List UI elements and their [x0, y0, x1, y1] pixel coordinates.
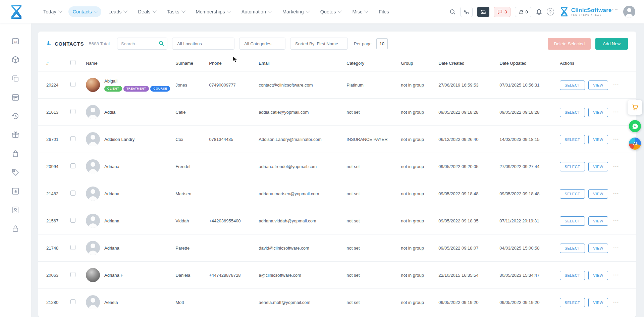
row-checkbox[interactable]: [70, 218, 75, 223]
history-icon[interactable]: [11, 112, 19, 120]
more-actions-button[interactable]: ⋯: [611, 297, 620, 307]
more-actions-button[interactable]: ⋯: [611, 243, 620, 253]
shopping-bag-icon[interactable]: [11, 150, 19, 158]
more-actions-button[interactable]: ⋯: [611, 80, 620, 90]
search-submit-icon[interactable]: [158, 40, 164, 48]
gift-icon[interactable]: [11, 131, 19, 139]
inbox-tray-button[interactable]: [477, 7, 489, 17]
row-checkbox[interactable]: [70, 136, 75, 141]
avatar[interactable]: [86, 105, 100, 119]
select-all-checkbox[interactable]: [70, 60, 75, 65]
box-icon[interactable]: [11, 56, 19, 64]
notifications-bell-icon[interactable]: [536, 8, 542, 15]
more-actions-button[interactable]: ⋯: [611, 161, 620, 171]
row-checkbox[interactable]: [70, 272, 75, 277]
avatar[interactable]: [86, 187, 100, 201]
nav-files[interactable]: Files: [374, 6, 393, 17]
row-checkbox[interactable]: [70, 191, 75, 196]
nav-automation[interactable]: Automation: [237, 6, 275, 17]
ai-assistant-widget-button[interactable]: AI: [629, 138, 641, 150]
more-actions-button[interactable]: ⋯: [611, 107, 620, 117]
categories-filter[interactable]: All Categories: [239, 38, 285, 50]
row-checkbox[interactable]: [70, 109, 75, 114]
contact-name[interactable]: Adriana: [104, 246, 119, 251]
select-button[interactable]: SELECT: [560, 189, 585, 199]
nav-today[interactable]: Today: [39, 6, 66, 17]
nav-contacts[interactable]: Contacts: [68, 6, 101, 17]
contact-name[interactable]: Addia: [104, 110, 115, 115]
select-button[interactable]: SELECT: [560, 244, 585, 253]
nav-tasks[interactable]: Tasks: [163, 6, 189, 17]
brand-logo[interactable]: ClinicSoftware.com TEN STEPS AHEAD: [560, 7, 618, 17]
select-button[interactable]: SELECT: [560, 271, 585, 280]
row-checkbox[interactable]: [70, 82, 75, 87]
view-button[interactable]: VIEW: [588, 162, 608, 171]
register-button[interactable]: 0: [515, 7, 531, 17]
delete-selected-button[interactable]: Delete Selected: [548, 38, 591, 50]
user-badge-icon[interactable]: [11, 206, 19, 214]
nav-memberships[interactable]: Memberships: [192, 6, 234, 17]
contact-name[interactable]: Adriana: [104, 164, 119, 169]
whatsapp-widget-button[interactable]: [629, 120, 641, 132]
view-button[interactable]: VIEW: [588, 135, 608, 144]
sort-filter[interactable]: Sorted By: First Name: [290, 38, 348, 50]
app-logo-icon[interactable]: [9, 3, 24, 20]
view-button[interactable]: VIEW: [588, 81, 608, 90]
avatar[interactable]: [86, 214, 100, 228]
contact-name[interactable]: Abigail: [104, 78, 117, 84]
avatar[interactable]: [86, 132, 100, 146]
report-chart-icon[interactable]: [11, 187, 19, 195]
avatar[interactable]: [86, 268, 100, 282]
help-icon[interactable]: ?: [547, 8, 554, 15]
planner-icon[interactable]: [11, 93, 19, 101]
copy-icon[interactable]: [11, 74, 19, 83]
select-button[interactable]: SELECT: [560, 135, 585, 144]
contact-name[interactable]: Addison Landry: [104, 137, 135, 142]
nav-misc[interactable]: Misc: [348, 6, 372, 17]
nav-deals[interactable]: Deals: [133, 6, 160, 17]
per-page-input[interactable]: 10: [376, 38, 388, 49]
phone-dialer-button[interactable]: [460, 7, 473, 17]
row-checkbox[interactable]: [70, 245, 75, 250]
avatar[interactable]: [86, 78, 100, 92]
client-badge[interactable]: CLIENT: [104, 86, 122, 92]
tag-icon[interactable]: [11, 168, 19, 176]
avatar[interactable]: [86, 295, 100, 309]
select-button[interactable]: SELECT: [560, 216, 585, 226]
more-actions-button[interactable]: ⋯: [611, 216, 620, 225]
contact-name[interactable]: Adriana: [104, 218, 119, 223]
contact-name[interactable]: Aeriela: [104, 300, 118, 305]
cart-widget-button[interactable]: [628, 100, 642, 115]
view-button[interactable]: VIEW: [588, 108, 608, 117]
contact-name[interactable]: Adriana F: [104, 273, 123, 278]
avatar[interactable]: [86, 241, 100, 255]
add-new-button[interactable]: Add New: [595, 38, 628, 50]
more-actions-button[interactable]: ⋯: [611, 189, 620, 198]
course-badge[interactable]: COURSE: [150, 86, 170, 92]
search-icon[interactable]: [449, 9, 456, 15]
user-avatar[interactable]: [623, 6, 635, 18]
view-button[interactable]: VIEW: [588, 189, 608, 199]
view-button[interactable]: VIEW: [588, 244, 608, 253]
view-button[interactable]: VIEW: [588, 271, 608, 280]
select-button[interactable]: SELECT: [560, 81, 585, 90]
nav-leads[interactable]: Leads: [104, 6, 131, 17]
select-button[interactable]: SELECT: [560, 298, 585, 307]
select-button[interactable]: SELECT: [560, 108, 585, 117]
nav-marketing[interactable]: Marketing: [278, 6, 313, 17]
contact-name[interactable]: Adriana: [104, 191, 119, 196]
lock-icon[interactable]: [11, 225, 19, 233]
avatar[interactable]: [86, 159, 100, 173]
treatment-badge[interactable]: TREATMENT: [123, 86, 149, 92]
nav-quotes[interactable]: Quotes: [316, 6, 345, 17]
more-actions-button[interactable]: ⋯: [611, 270, 620, 280]
chat-messages-button[interactable]: 3: [494, 7, 510, 17]
locations-filter[interactable]: All Locations: [172, 38, 234, 50]
view-button[interactable]: VIEW: [588, 216, 608, 226]
row-checkbox[interactable]: [70, 163, 75, 168]
calendar-icon[interactable]: 12: [11, 37, 19, 45]
view-button[interactable]: VIEW: [588, 298, 608, 307]
row-checkbox[interactable]: [70, 299, 75, 304]
more-actions-button[interactable]: ⋯: [611, 134, 620, 144]
select-button[interactable]: SELECT: [560, 162, 585, 171]
